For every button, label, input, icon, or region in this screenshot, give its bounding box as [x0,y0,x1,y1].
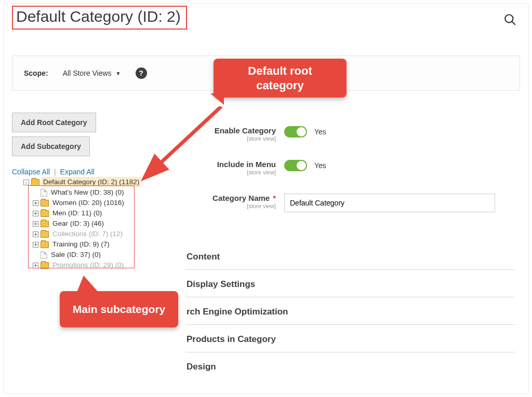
expand-icon[interactable]: + [33,211,38,216]
category-name-input[interactable] [284,194,495,212]
tree-node-whats-new[interactable]: What's New (ID: 38) (0) [12,187,168,198]
tree-node-promotions[interactable]: + Promotions (ID: 29) (0) [12,260,168,270]
tree-label: Gear (ID: 3) (46) [51,218,105,229]
section-products[interactable]: Products in Category [185,325,515,352]
scope-note: [store view] [185,169,276,176]
collapse-icon[interactable]: - [23,180,29,185]
toggle-yes-label: Yes [314,161,326,170]
required-asterisk: * [270,194,276,202]
tree-label: Men (ID: 11) (0) [51,208,103,218]
scope-value: All Store Views [63,69,112,77]
help-icon[interactable]: ? [136,67,147,79]
svg-line-1 [512,21,515,25]
tree-node-root[interactable]: - Default Category (ID: 2) (1182) [12,177,168,187]
folder-icon [41,200,49,207]
section-design[interactable]: Design [185,352,515,379]
scope-label: Scope: [24,69,48,77]
enable-category-toggle[interactable] [284,126,307,138]
page-frame: Default Category (ID: 2) Scope: All Stor… [3,3,529,394]
include-in-menu-toggle[interactable] [284,160,307,171]
separator: | [52,168,58,176]
tree-node-training[interactable]: + Training (ID: 9) (7) [12,239,168,250]
accordion-sections: Content Display Settings rch Engine Opti… [185,242,515,379]
section-seo[interactable]: rch Engine Optimization [185,297,515,325]
folder-icon [41,241,49,248]
section-display[interactable]: Display Settings [185,270,515,297]
tree-label: What's New (ID: 38) (0) [49,187,126,198]
form-column: Enable Category [store view] Yes Include… [185,126,515,230]
toggle-placeholder [33,252,38,258]
toggle-yes-label: Yes [314,128,326,136]
folder-icon [41,231,49,238]
chevron-down-icon: ▼ [116,71,121,76]
expand-icon[interactable]: + [33,231,38,237]
include-in-menu-row: Include in Menu [store view] Yes [185,160,515,176]
tree-label: Default Category (ID: 2) (1182) [42,177,141,187]
collapse-all-link[interactable]: Collapse All [12,168,50,176]
left-column: Add Root Category Add Subcategory Collap… [12,113,168,270]
folder-icon [31,179,39,186]
expand-icon[interactable]: + [33,242,38,248]
search-icon[interactable] [503,13,518,28]
category-name-row: Category Name* [store view] [185,194,515,212]
annotation-root-category: Default root category [214,59,347,98]
add-root-category-button[interactable]: Add Root Category [12,113,96,132]
scope-note: [store view] [185,203,276,210]
page-icon [41,251,47,259]
tree-node-sale[interactable]: Sale (ID: 37) (0) [12,250,168,260]
tree-actions: Collapse All | Expand All [12,168,168,176]
tree-label: Women (ID: 20) (1016) [51,198,126,208]
folder-icon [41,221,49,227]
add-subcategory-button[interactable]: Add Subcategory [12,136,90,156]
expand-icon[interactable]: + [33,200,38,206]
section-content[interactable]: Content [185,242,515,270]
page-title: Default Category (ID: 2) [16,8,181,25]
category-name-label: Category Name [212,194,270,202]
svg-point-0 [505,15,513,22]
tree-label: Promotions (ID: 29) (0) [51,260,125,270]
tree-node-gear[interactable]: + Gear (ID: 3) (46) [12,218,168,229]
expand-all-link[interactable]: Expand All [60,168,95,176]
tree-node-men[interactable]: + Men (ID: 11) (0) [12,208,168,218]
expand-icon[interactable]: + [33,263,38,268]
tree-node-collections[interactable]: + Collections (ID: 7) (12) [12,229,168,239]
enable-category-label: Enable Category [215,126,276,135]
toggle-placeholder [33,190,38,196]
folder-icon [41,262,49,269]
category-tree: - Default Category (ID: 2) (1182) What's… [12,177,168,270]
scope-select[interactable]: All Store Views ▼ [63,69,121,77]
tree-label: Training (ID: 9) (7) [51,239,111,250]
expand-icon[interactable]: + [33,221,38,227]
tree-node-women[interactable]: + Women (ID: 20) (1016) [12,198,168,208]
tree-label: Sale (ID: 37) (0) [49,250,102,260]
scope-note: [store view] [185,135,276,142]
page-title-highlight: Default Category (ID: 2) [12,6,187,30]
folder-icon [41,210,49,217]
annotation-main-subcategory: Main subcategory [60,291,178,327]
tree-label: Collections (ID: 7) (12) [51,229,124,239]
page-icon [41,189,47,197]
enable-category-row: Enable Category [store view] Yes [185,126,515,142]
include-in-menu-label: Include in Menu [217,160,276,169]
